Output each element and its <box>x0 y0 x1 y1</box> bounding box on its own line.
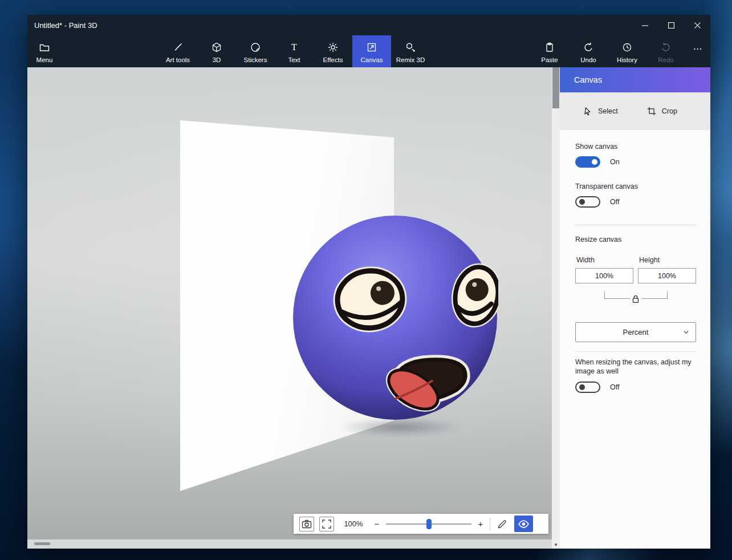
tab-canvas[interactable]: Canvas <box>352 35 391 67</box>
minimize-button[interactable] <box>632 15 658 35</box>
tab-effects[interactable]: Effects <box>314 35 352 67</box>
vertical-scrollbar-thumb[interactable] <box>552 67 559 108</box>
canvas-panel: Canvas Select Crop Show canvas On Tra <box>560 67 710 549</box>
width-label: Width <box>575 256 639 264</box>
pencil-icon <box>497 518 508 530</box>
toolbar-spacer <box>62 35 158 67</box>
close-icon <box>694 22 701 29</box>
panel-header: Canvas <box>560 67 710 92</box>
undo-button[interactable]: Undo <box>569 35 608 67</box>
lock-connector-left <box>604 291 630 299</box>
resize-unit-dropdown[interactable]: Percent <box>575 322 696 342</box>
window-controls <box>632 15 710 35</box>
titlebar: Untitled* - Paint 3D <box>27 15 710 35</box>
adjust-image-toggle[interactable] <box>575 382 600 393</box>
section-divider <box>575 351 696 352</box>
content-area: 100% − + <box>27 67 710 549</box>
zoombar-divider <box>490 518 490 530</box>
section-divider <box>575 225 696 225</box>
brush-icon <box>172 42 184 53</box>
horizontal-scrollbar-thumb[interactable] <box>34 542 50 545</box>
toolbar: Menu Art tools 3D Stickers T Text Effect… <box>27 35 710 67</box>
sticker-icon <box>250 42 261 53</box>
view-controls-bar: 100% − + <box>294 514 548 534</box>
panel-content: Show canvas On Transparent canvas Off Re… <box>560 130 710 393</box>
window-title: Untitled* - Paint 3D <box>27 21 97 30</box>
crop-button[interactable]: Crop <box>646 106 677 116</box>
text-icon: T <box>288 42 300 53</box>
tab-remix-3d[interactable]: Remix 3D <box>391 35 430 67</box>
width-input[interactable] <box>575 268 633 283</box>
maximize-icon <box>668 22 674 29</box>
show-canvas-toggle[interactable] <box>575 156 600 168</box>
toggle-knob <box>592 159 597 165</box>
zoom-slider[interactable] <box>386 517 471 531</box>
select-button[interactable]: Select <box>583 106 618 116</box>
toolbar-right-group: Paste Undo History Redo ⋯ <box>530 35 710 67</box>
fit-to-view-button[interactable] <box>319 517 334 531</box>
2d-view-button[interactable] <box>495 517 509 531</box>
vertical-scrollbar[interactable]: ▾ <box>552 67 560 549</box>
paste-button[interactable]: Paste <box>530 35 569 67</box>
canvas-icon <box>366 42 377 53</box>
toggle-knob <box>579 199 585 205</box>
app-window: Untitled* - Paint 3D Menu Art tools 3D <box>27 15 710 549</box>
zoom-out-button[interactable]: − <box>373 519 381 529</box>
camera-icon <box>301 518 312 530</box>
folder-icon <box>39 42 50 53</box>
toggle-knob <box>579 384 585 390</box>
lock-connector-right <box>642 291 668 299</box>
transparent-canvas-toggle[interactable] <box>575 196 600 208</box>
show-canvas-label: Show canvas <box>575 143 696 151</box>
resize-unit-value: Percent <box>623 328 649 336</box>
height-input[interactable] <box>638 268 696 283</box>
canvas-viewport[interactable]: 100% − + <box>27 67 552 539</box>
chevron-down-icon <box>682 328 690 336</box>
height-label: Height <box>639 256 660 264</box>
minimize-icon <box>642 22 648 29</box>
redo-button[interactable]: Redo <box>646 35 685 67</box>
history-button[interactable]: History <box>608 35 646 67</box>
svg-text:T: T <box>291 42 297 52</box>
close-button[interactable] <box>684 15 710 35</box>
clipboard-icon <box>544 42 555 53</box>
adjust-image-state: Off <box>610 383 619 391</box>
transparent-canvas-label: Transparent canvas <box>575 182 696 190</box>
zoom-slider-handle[interactable] <box>426 519 432 529</box>
tab-text[interactable]: T Text <box>275 35 314 67</box>
zoom-in-button[interactable]: + <box>477 519 485 529</box>
tab-stickers[interactable]: Stickers <box>236 35 275 67</box>
scroll-down-arrow[interactable]: ▾ <box>552 542 560 547</box>
show-canvas-state: On <box>610 158 620 166</box>
crop-icon <box>646 106 657 116</box>
transparent-canvas-state: Off <box>610 198 619 206</box>
cursor-icon <box>583 106 593 116</box>
eye-icon <box>518 518 530 530</box>
panel-title: Canvas <box>560 75 602 84</box>
history-clock-icon <box>621 42 633 53</box>
redo-icon <box>660 42 672 53</box>
tab-art-tools[interactable]: Art tools <box>158 35 197 67</box>
sun-icon <box>327 42 339 53</box>
zoom-level: 100% <box>341 520 365 528</box>
cube-icon <box>211 42 222 53</box>
3d-view-button[interactable] <box>514 516 533 532</box>
aspect-ratio-lock-button[interactable] <box>629 293 642 305</box>
screenshot-button[interactable] <box>299 517 314 531</box>
undo-icon <box>583 42 594 53</box>
more-options-button[interactable]: ⋯ <box>685 35 710 67</box>
menu-button[interactable]: Menu <box>27 35 62 67</box>
horizontal-scrollbar[interactable] <box>27 539 552 549</box>
3d-sphere-object[interactable] <box>292 214 498 421</box>
aspect-lock-row <box>575 291 696 306</box>
resize-canvas-label: Resize canvas <box>575 236 696 244</box>
canvas-column: 100% − + <box>27 67 552 549</box>
sticker-left-eye <box>335 267 405 331</box>
panel-tools-row: Select Crop <box>560 92 710 130</box>
tab-3d[interactable]: 3D <box>197 35 236 67</box>
maximize-button[interactable] <box>658 15 684 35</box>
lock-icon <box>631 294 641 304</box>
ellipsis-icon: ⋯ <box>693 43 703 54</box>
remix-3d-icon <box>405 42 416 53</box>
fit-view-icon <box>321 518 332 530</box>
